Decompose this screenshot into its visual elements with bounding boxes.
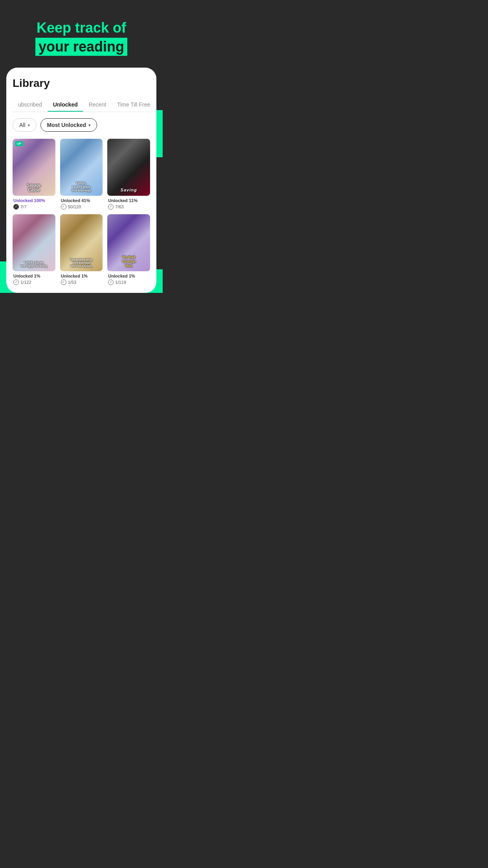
books-grid: UP SavageCastle Unlocked 100% ✓ 7/7 Fath… [13,139,150,285]
progress-text: 7/7 [20,204,26,209]
unlocked-percent: Unlocked 1% [108,274,149,278]
progress-text: 1/53 [68,280,76,285]
book-cover: Father,I Don't Wantthis Marriage [60,139,103,196]
progress-text: 50/120 [68,204,81,209]
tab-subscribed[interactable]: ubscribed [13,97,48,112]
filter-row: All ▾ Most Unlocked ▾ [13,118,150,132]
checkmark: ✓ [15,205,18,208]
book-cover: I Woke Up asthe Ugly Duckling [13,214,55,271]
progress-text: 1/122 [20,280,31,285]
tab-unlocked[interactable]: Unlocked [48,97,83,112]
book-meta: Unlocked 41% ✓ 50/120 [60,198,103,210]
check-icon: ✓ [61,204,66,210]
book-cover-title: The Broken Ring:This MarriageWill Fail A… [62,258,101,268]
checkmark: ✓ [110,281,112,284]
header-line1: Keep track of [8,20,155,36]
unlocked-percent: Unlocked 1% [13,274,55,278]
chevron-down-icon: ▾ [88,123,90,127]
progress-row: ✓ 1/119 [108,280,149,285]
book-meta: Unlocked 1% ✓ 1/119 [107,274,150,285]
check-icon: ✓ [13,204,19,210]
library-title: Library [13,77,150,90]
check-icon: ✓ [108,204,114,210]
book-meta: Unlocked 100% ✓ 7/7 [13,198,55,210]
tab-time-till-free[interactable]: Time Till Free [112,97,150,112]
book-cover-title: Father,I Don't Wantthis Marriage [62,181,101,193]
checkmark: ✓ [62,205,65,208]
unlocked-percent: Unlocked 41% [61,198,102,203]
list-item[interactable]: Saving Unlocked 11% ✓ 7/63 [107,139,150,210]
list-item[interactable]: UP SavageCastle Unlocked 100% ✓ 7/7 [13,139,55,210]
book-meta: Unlocked 1% ✓ 1/53 [60,274,103,285]
tab-recent[interactable]: Recent [83,97,112,112]
unlocked-percent: Unlocked 100% [13,198,55,203]
list-item[interactable]: Father,I Don't Wantthis Marriage Unlocke… [60,139,103,210]
book-cover: UP SavageCastle [13,139,55,196]
progress-row: ✓ 1/122 [13,280,55,285]
book-cover-title: I Woke Up asthe Ugly Duckling [14,261,54,268]
progress-row: ✓ 7/7 [13,204,55,210]
progress-row: ✓ 7/63 [108,204,149,210]
check-icon: ✓ [61,280,66,285]
progress-text: 7/63 [115,204,123,209]
up-badge: UP [15,141,23,146]
checkmark: ✓ [110,205,112,208]
filter-most-unlocked-button[interactable]: Most Unlocked ▾ [40,118,97,132]
checkmark: ✓ [62,281,65,284]
progress-row: ✓ 1/53 [61,280,102,285]
book-cover-title: Saving [109,188,149,193]
list-item[interactable]: I Woke Up asthe Ugly Duckling Unlocked 1… [13,214,55,285]
progress-text: 1/119 [115,280,126,285]
check-icon: ✓ [13,280,19,285]
header-section: Keep track of your reading [0,0,163,68]
library-card: Library ubscribed Unlocked Recent Time T… [6,68,156,293]
filter-all-button[interactable]: All ▾ [13,118,37,132]
book-cover: The Broken Ring:This MarriageWill Fail A… [60,214,103,271]
book-cover-title: SavageCastle [14,183,54,193]
unlocked-percent: Unlocked 1% [61,274,102,278]
book-cover-title: My BadYoungerMan [109,255,149,268]
header-line2: your reading [35,38,127,56]
progress-row: ✓ 50/120 [61,204,102,210]
library-tabs: ubscribed Unlocked Recent Time Till Free [13,97,150,112]
checkmark: ✓ [15,281,18,284]
book-meta: Unlocked 1% ✓ 1/122 [13,274,55,285]
book-cover: My BadYoungerMan [107,214,150,271]
book-meta: Unlocked 11% ✓ 7/63 [107,198,150,210]
check-icon: ✓ [108,280,114,285]
list-item[interactable]: The Broken Ring:This MarriageWill Fail A… [60,214,103,285]
list-item[interactable]: My BadYoungerMan Unlocked 1% ✓ 1/119 [107,214,150,285]
chevron-down-icon: ▾ [28,123,30,127]
book-cover: Saving [107,139,150,196]
unlocked-percent: Unlocked 11% [108,198,149,203]
